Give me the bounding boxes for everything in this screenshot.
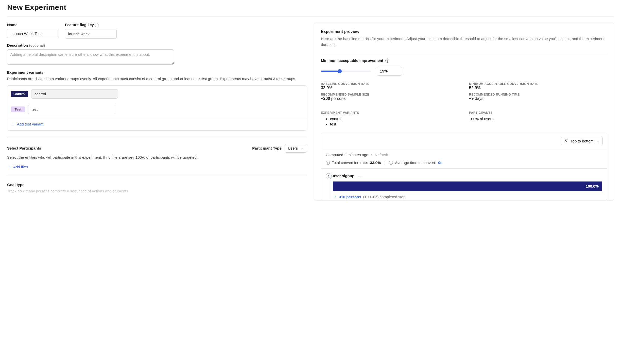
preview-divider: [321, 53, 607, 53]
step-menu-button[interactable]: …: [358, 174, 362, 178]
min-rate-value: 52.9%: [469, 86, 607, 90]
step-bar: 100.0%: [333, 181, 602, 191]
runtime-value: ~9 days: [469, 96, 607, 101]
baseline-rate-label: BASELINE CONVERSION RATE: [321, 82, 459, 86]
preview-participants-label: PARTICIPANTS: [469, 111, 607, 115]
avg-convert-value: 0s: [438, 160, 442, 165]
description-label: Description (optional): [7, 43, 307, 47]
chevron-down-icon: ⌄: [300, 146, 304, 151]
mai-slider[interactable]: [321, 70, 371, 72]
participant-type-select[interactable]: Users ⌄: [285, 144, 307, 153]
variant-row-test: Test: [7, 102, 307, 118]
plus-icon: ＋: [11, 122, 15, 126]
conversion-rate-value: 33.9%: [370, 160, 381, 165]
funnel-sort-select[interactable]: Top to bottom ⌄: [561, 137, 603, 145]
baseline-rate-value: 33.9%: [321, 86, 459, 90]
list-item: test: [330, 122, 459, 126]
participants-title: Select Participants: [7, 146, 41, 150]
test-name-input[interactable]: [28, 105, 115, 114]
sample-size-value: ~200 persons: [321, 96, 459, 101]
avg-convert-label: Average time to convert:: [395, 160, 436, 165]
min-rate-label: MINIMUM ACCEPTABLE CONVERSION RATE: [469, 82, 607, 86]
section-divider: [7, 176, 307, 176]
variants-title: Experiment variants: [7, 70, 307, 75]
add-filter-button[interactable]: ＋ Add filter: [7, 165, 28, 169]
preview-variants-label: EXPERIMENT VARIANTS: [321, 111, 459, 115]
slider-thumb[interactable]: [338, 69, 342, 73]
chevron-down-icon: ⌄: [596, 139, 599, 143]
preview-title: Experiment preview: [321, 29, 607, 34]
control-name-input: [31, 89, 118, 99]
section-divider: [7, 137, 307, 137]
flag-key-input[interactable]: [65, 29, 117, 39]
name-input[interactable]: [7, 29, 59, 38]
step-number: 1: [326, 173, 332, 179]
description-input[interactable]: [7, 49, 174, 65]
goal-type-title: Goal type: [7, 183, 307, 187]
add-variant-label: Add test variant: [17, 122, 43, 126]
variants-box: Control Test ＋ Add test variant: [7, 85, 307, 131]
page-title: New Experiment: [7, 3, 614, 12]
runtime-label: RECOMMENDED RUNNING TIME: [469, 93, 607, 96]
variants-divider: [7, 118, 307, 118]
title-divider: [7, 16, 614, 16]
add-variant-button[interactable]: ＋ Add test variant: [7, 118, 47, 130]
info-icon[interactable]: i: [389, 161, 393, 165]
preview-help: Here are the baseline metrics for your e…: [321, 36, 607, 47]
step-name: user signup: [333, 174, 354, 178]
plus-icon: ＋: [7, 165, 11, 169]
computed-text: Computed 2 minutes ago: [326, 153, 368, 157]
step-connector: [329, 179, 329, 200]
preview-variants-list: control test: [321, 117, 459, 126]
goal-type-help: Track how many persons complete a sequen…: [7, 188, 307, 194]
list-item: control: [330, 117, 459, 121]
participant-type-label: Participant Type: [252, 146, 282, 150]
variants-help: Participants are divided into variant gr…: [7, 76, 307, 82]
flag-key-label: Feature flag key i: [65, 23, 117, 27]
mai-label: Minimum acceptable improvement i: [321, 58, 607, 63]
preview-participants-value: 100% of users: [469, 117, 607, 121]
conversion-rate-label: Total conversion rate:: [332, 160, 368, 165]
funnel-icon: [564, 139, 568, 143]
sample-size-label: RECOMMENDED SAMPLE SIZE: [321, 93, 459, 96]
name-label: Name: [7, 23, 59, 27]
info-icon[interactable]: i: [385, 59, 389, 63]
test-badge: Test: [11, 106, 25, 112]
control-badge: Control: [11, 91, 28, 97]
completed-text: (100.0%) completed step: [363, 195, 406, 199]
info-icon[interactable]: i: [326, 161, 330, 165]
participants-help: Select the entities who will participate…: [7, 155, 307, 160]
info-icon[interactable]: i: [95, 23, 99, 27]
funnel-box: Top to bottom ⌄ Computed 2 minutes ago •…: [321, 133, 607, 200]
arrow-right-icon: →: [333, 194, 337, 199]
variant-row-control: Control: [7, 86, 307, 102]
persons-link[interactable]: 310 persons: [339, 195, 361, 199]
mai-input[interactable]: [377, 67, 402, 76]
refresh-button[interactable]: Refresh: [375, 153, 388, 157]
